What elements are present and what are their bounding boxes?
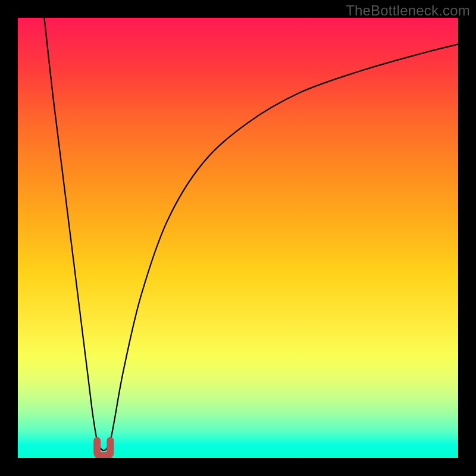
watermark-text: TheBottleneck.com (346, 2, 470, 19)
chart-plot-area (18, 18, 458, 458)
bottleneck-curve-path (44, 18, 458, 450)
curve-dip-marker (97, 440, 110, 456)
bottleneck-curve-svg (18, 18, 458, 458)
